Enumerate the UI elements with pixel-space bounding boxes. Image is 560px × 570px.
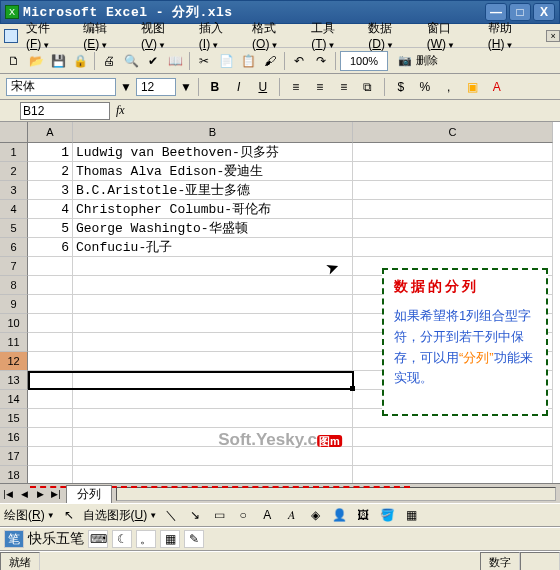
ime-icon[interactable]: 笔 <box>4 530 24 548</box>
menu-tools[interactable]: 工具(T)▼ <box>307 18 362 53</box>
row-header[interactable]: 9 <box>0 295 28 314</box>
paste-icon[interactable]: 📋 <box>238 51 258 71</box>
row-header[interactable]: 14 <box>0 390 28 409</box>
cell[interactable]: Ludwig van Beethoven-贝多芬 <box>73 143 353 162</box>
autoshapes-menu[interactable]: 自选图形(U)▼ <box>83 507 158 524</box>
cell[interactable] <box>73 428 353 447</box>
workbook-close-button[interactable]: × <box>546 30 560 42</box>
menu-window[interactable]: 窗口(W)▼ <box>423 18 482 53</box>
h-scrollbar[interactable] <box>116 487 556 501</box>
cell[interactable]: B.C.Aristotle-亚里士多德 <box>73 181 353 200</box>
cell[interactable] <box>73 295 353 314</box>
image-icon[interactable]: 🖼 <box>353 505 373 525</box>
ime-moon-icon[interactable]: ☾ <box>112 530 132 548</box>
col-header-a[interactable]: A <box>28 122 73 143</box>
menu-help[interactable]: 帮助(H)▼ <box>484 18 540 53</box>
row-header[interactable]: 16 <box>0 428 28 447</box>
cell[interactable] <box>28 257 73 276</box>
font-color-icon[interactable]: A <box>487 77 507 97</box>
cell[interactable] <box>73 371 353 390</box>
cell[interactable] <box>73 409 353 428</box>
cell[interactable]: Thomas Alva Edison-爱迪生 <box>73 162 353 181</box>
cell[interactable] <box>73 333 353 352</box>
fx-icon[interactable]: fx <box>116 103 132 118</box>
rect-icon[interactable]: ▭ <box>209 505 229 525</box>
ime-config-icon[interactable]: ✎ <box>184 530 204 548</box>
3d-icon[interactable]: ▦ <box>401 505 421 525</box>
merge-icon[interactable]: ⧉ <box>358 77 378 97</box>
cut-icon[interactable]: ✂ <box>194 51 214 71</box>
cell[interactable] <box>73 390 353 409</box>
menu-edit[interactable]: 编辑(E)▼ <box>79 18 135 53</box>
cell[interactable] <box>28 333 73 352</box>
ime-soft-icon[interactable]: ▦ <box>160 530 180 548</box>
wordart-icon[interactable]: 𝐴 <box>281 505 301 525</box>
cell[interactable] <box>28 295 73 314</box>
row-header[interactable]: 5 <box>0 219 28 238</box>
new-icon[interactable]: 🗋 <box>4 51 24 71</box>
cell[interactable] <box>353 143 553 162</box>
textbox-icon[interactable]: A <box>257 505 277 525</box>
formula-input[interactable] <box>132 102 560 120</box>
cell[interactable] <box>73 257 353 276</box>
percent-icon[interactable]: % <box>415 77 435 97</box>
comma-icon[interactable]: , <box>439 77 459 97</box>
menu-format[interactable]: 格式(O)▼ <box>248 18 305 53</box>
menu-view[interactable]: 视图(V)▼ <box>137 18 193 53</box>
menu-insert[interactable]: 插入(I)▼ <box>195 18 246 53</box>
cell[interactable] <box>73 314 353 333</box>
row-header[interactable]: 6 <box>0 238 28 257</box>
cell[interactable] <box>353 162 553 181</box>
cell[interactable] <box>28 447 73 466</box>
arrow-icon[interactable]: ↘ <box>185 505 205 525</box>
sheet-tab[interactable]: 分列 <box>66 485 112 503</box>
cell[interactable] <box>28 409 73 428</box>
cell[interactable]: 2 <box>28 162 73 181</box>
row-header[interactable]: 2 <box>0 162 28 181</box>
ime-kb-icon[interactable]: ⌨ <box>88 530 108 548</box>
underline-button[interactable]: U <box>253 77 273 97</box>
cell[interactable]: 1 <box>28 143 73 162</box>
cell[interactable]: 3 <box>28 181 73 200</box>
painter-icon[interactable]: 🖌 <box>260 51 280 71</box>
cell[interactable] <box>353 200 553 219</box>
open-icon[interactable]: 📂 <box>26 51 46 71</box>
cell[interactable] <box>28 371 73 390</box>
cell[interactable]: 4 <box>28 200 73 219</box>
italic-button[interactable]: I <box>229 77 249 97</box>
menu-file[interactable]: 文件(F)▼ <box>22 18 77 53</box>
fill-icon[interactable]: 🪣 <box>377 505 397 525</box>
cell[interactable] <box>28 352 73 371</box>
row-header[interactable]: 8 <box>0 276 28 295</box>
camera-delete[interactable]: 📷 删除 <box>390 51 446 71</box>
cell[interactable] <box>353 447 553 466</box>
cell[interactable] <box>73 276 353 295</box>
row-header[interactable]: 12 <box>0 352 28 371</box>
currency-icon[interactable]: $ <box>391 77 411 97</box>
cell[interactable]: 6 <box>28 238 73 257</box>
cell[interactable] <box>28 390 73 409</box>
research-icon[interactable]: 📖 <box>165 51 185 71</box>
undo-icon[interactable]: ↶ <box>289 51 309 71</box>
cell[interactable] <box>73 352 353 371</box>
row-header[interactable]: 13 <box>0 371 28 390</box>
cell[interactable] <box>28 314 73 333</box>
cell[interactable] <box>73 447 353 466</box>
cell[interactable] <box>353 219 553 238</box>
bold-button[interactable]: B <box>205 77 225 97</box>
cell[interactable] <box>28 428 73 447</box>
copy-icon[interactable]: 📄 <box>216 51 236 71</box>
diagram-icon[interactable]: ◈ <box>305 505 325 525</box>
row-header[interactable]: 4 <box>0 200 28 219</box>
row-header[interactable]: 10 <box>0 314 28 333</box>
zoom-box[interactable]: 100% <box>340 51 388 71</box>
fill-color-icon[interactable]: ▣ <box>463 77 483 97</box>
align-right-icon[interactable]: ≡ <box>334 77 354 97</box>
name-box[interactable]: B12 <box>20 102 110 120</box>
cell[interactable] <box>353 238 553 257</box>
pointer-icon[interactable]: ↖ <box>59 505 79 525</box>
ime-punct-icon[interactable]: 。 <box>136 530 156 548</box>
row-header[interactable]: 17 <box>0 447 28 466</box>
cell[interactable] <box>353 181 553 200</box>
cell[interactable]: Christopher Columbu-哥伦布 <box>73 200 353 219</box>
